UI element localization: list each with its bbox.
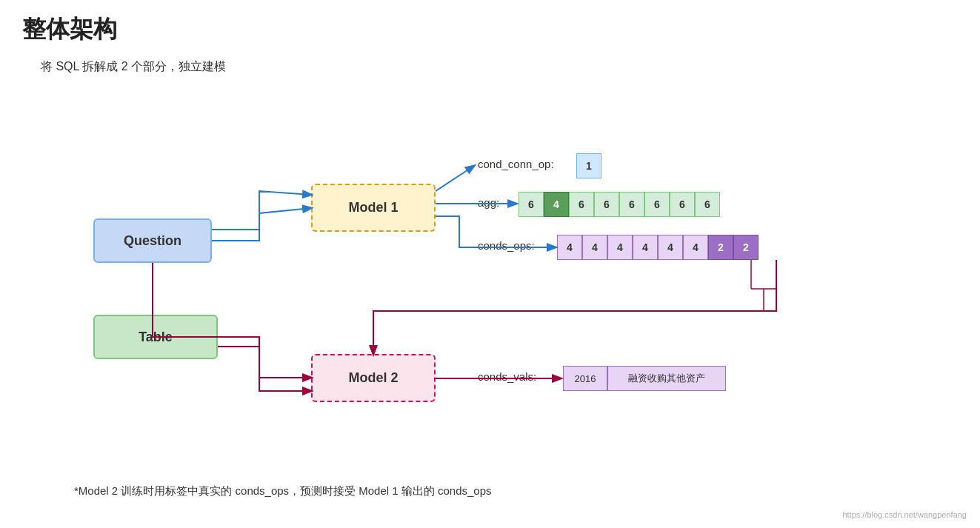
conds-vals-row: 2016 融资收购其他资产 bbox=[563, 366, 726, 391]
agg-cell-4: 6 bbox=[619, 192, 644, 217]
conds-ops-cell-4: 4 bbox=[658, 235, 683, 260]
agg-cell-1: 4 bbox=[544, 192, 569, 217]
conds-ops-cell-1: 4 bbox=[582, 235, 607, 260]
question-box: Question bbox=[93, 218, 212, 263]
agg-row: 6 4 6 6 6 6 6 6 bbox=[519, 192, 720, 217]
conds-vals-label: conds_vals: bbox=[478, 370, 536, 383]
page-title: 整体架构 bbox=[22, 13, 117, 46]
model2-box: Model 2 bbox=[311, 354, 436, 402]
subtitle: 将 SQL 拆解成 2 个部分，独立建模 bbox=[41, 59, 226, 75]
conds-ops-cell-0: 4 bbox=[557, 235, 582, 260]
agg-cell-3: 6 bbox=[594, 192, 619, 217]
cond-conn-op-cell: 1 bbox=[576, 153, 601, 178]
conds-ops-cell-2: 4 bbox=[607, 235, 633, 260]
conds-ops-cell-5: 4 bbox=[683, 235, 708, 260]
conds-ops-cell-3: 4 bbox=[633, 235, 658, 260]
conds-ops-row: 4 4 4 4 4 4 2 2 bbox=[557, 235, 759, 260]
table-box: Table bbox=[93, 315, 218, 359]
agg-cell-0: 6 bbox=[519, 192, 544, 217]
conds-ops-cell-6: 2 bbox=[708, 235, 733, 260]
conds-ops-label: conds_ops: bbox=[478, 239, 535, 252]
conds-vals-cell-1: 融资收购其他资产 bbox=[607, 366, 726, 391]
model1-box: Model 1 bbox=[311, 184, 436, 232]
agg-cell-2: 6 bbox=[569, 192, 594, 217]
arrows-diagram bbox=[0, 0, 980, 528]
agg-cell-7: 6 bbox=[695, 192, 720, 217]
cond-conn-op-label: cond_conn_op: bbox=[478, 158, 554, 170]
agg-cell-5: 6 bbox=[644, 192, 670, 217]
conds-ops-cell-7: 2 bbox=[733, 235, 759, 260]
agg-label: agg: bbox=[478, 196, 499, 209]
footnote: *Model 2 训练时用标签中真实的 conds_ops，预测时接受 Mode… bbox=[74, 484, 492, 498]
conds-vals-cell-0: 2016 bbox=[563, 366, 607, 391]
agg-cell-6: 6 bbox=[670, 192, 695, 217]
watermark: https://blog.csdn.net/wangpenfang bbox=[842, 510, 967, 519]
cond-conn-op-row: 1 bbox=[576, 153, 601, 178]
